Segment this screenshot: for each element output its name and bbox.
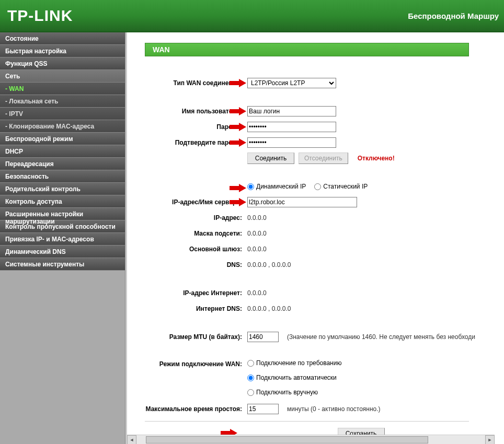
scroll-left-icon[interactable]: ◄: [127, 435, 136, 445]
pointer-arrow-icon: [230, 79, 246, 87]
ip-value: 0.0.0.0: [247, 214, 267, 221]
sidebar-item-6[interactable]: - IPTV: [0, 108, 125, 120]
sidebar-item-18[interactable]: Системные инструменты: [0, 258, 125, 271]
sidebar-item-14[interactable]: Расширенные настройки маршрутизации: [0, 208, 125, 220]
sidebar-item-16[interactable]: Привязка IP- и MAC-адресов: [0, 233, 125, 246]
mtu-input[interactable]: [247, 332, 279, 342]
static-ip-radio[interactable]: Статический IP: [314, 183, 368, 190]
inet-dns-label: Интернет DNS:: [145, 305, 247, 312]
header-title: Беспроводной Маршру: [408, 11, 499, 20]
sidebar-item-9[interactable]: DHCP: [0, 145, 125, 158]
svg-marker-3: [230, 138, 246, 147]
mtu-label: Размер MTU (в байтах):: [145, 333, 247, 341]
sidebar-item-0[interactable]: Состояние: [0, 32, 125, 45]
gateway-label: Основной шлюз:: [145, 246, 247, 253]
sidebar-item-1[interactable]: Быстрая настройка: [0, 45, 125, 57]
disconnect-button[interactable]: Отсоединить: [299, 153, 348, 164]
content: WAN Тип WAN соединения: L2TP/Россия L2TP…: [125, 32, 504, 444]
conn-mode-demand-radio[interactable]: Подключение по требованию: [247, 359, 341, 367]
scroll-right-icon[interactable]: ►: [485, 435, 495, 445]
server-input[interactable]: [247, 197, 357, 207]
inet-ip-value: 0.0.0.0: [247, 289, 267, 297]
pointer-arrow-icon: [230, 107, 246, 115]
mtu-hint: (Значение по умолчанию 1460. Не следует …: [287, 333, 475, 341]
ip-label: IP-адрес:: [145, 214, 247, 221]
pointer-arrow-icon: [230, 138, 246, 147]
wan-type-select[interactable]: L2TP/Россия L2TP: [247, 78, 336, 88]
svg-marker-2: [230, 123, 246, 131]
conn-mode-label: Режим подключение WAN:: [145, 359, 247, 368]
sidebar: СостояниеБыстрая настройкаФункция QSSСет…: [0, 32, 125, 444]
sidebar-item-11[interactable]: Безопасность: [0, 170, 125, 183]
inet-ip-label: IP-адрес Интернет:: [145, 289, 247, 297]
idle-hint: минуты (0 - активно постоянно.): [287, 405, 381, 413]
sidebar-item-13[interactable]: Контроль доступа: [0, 195, 125, 208]
dns-label: DNS:: [145, 261, 247, 268]
header: TP-LINK Беспроводной Маршру: [0, 0, 504, 32]
password-input[interactable]: [247, 122, 336, 132]
idle-label: Максимальное время простоя:: [145, 405, 247, 413]
horizontal-scrollbar[interactable]: ◄ ►: [127, 435, 495, 444]
conn-mode-auto-radio[interactable]: Подключить автоматически: [247, 374, 337, 381]
conn-mode-manual-radio[interactable]: Подключить вручную: [247, 389, 318, 396]
svg-marker-5: [230, 198, 246, 206]
pointer-arrow-icon: [230, 123, 246, 131]
dns-value: 0.0.0.0 , 0.0.0.0: [247, 261, 291, 268]
inet-dns-value: 0.0.0.0 , 0.0.0.0: [247, 305, 291, 312]
page-title: WAN: [145, 43, 469, 56]
scrollbar-thumb[interactable]: [146, 436, 428, 443]
idle-input[interactable]: [247, 404, 279, 414]
sidebar-item-12[interactable]: Родительский контроль: [0, 183, 125, 195]
mask-value: 0.0.0.0: [247, 230, 267, 237]
pointer-arrow-icon: [230, 184, 246, 192]
logo: TP-LINK: [7, 7, 73, 25]
sidebar-item-7[interactable]: - Клонирование MAC-адреса: [0, 120, 125, 133]
divider: [145, 421, 469, 422]
connect-button[interactable]: Соединить: [247, 153, 294, 164]
dynamic-ip-radio[interactable]: Динамический IP: [247, 183, 306, 190]
sidebar-item-2[interactable]: Функция QSS: [0, 57, 125, 70]
username-input[interactable]: [247, 106, 336, 116]
confirm-password-input[interactable]: [247, 137, 336, 148]
sidebar-item-3[interactable]: Сеть: [0, 70, 125, 83]
sidebar-item-10[interactable]: Переадресация: [0, 158, 125, 170]
connection-status: Отключено!: [358, 155, 395, 162]
gateway-value: 0.0.0.0: [247, 246, 267, 253]
sidebar-item-8[interactable]: Беспроводной режим: [0, 133, 125, 145]
svg-marker-1: [230, 107, 246, 115]
svg-marker-0: [230, 79, 246, 87]
mask-label: Маска подсети:: [145, 230, 247, 237]
sidebar-item-4[interactable]: - WAN: [0, 83, 125, 95]
svg-marker-4: [230, 184, 246, 192]
pointer-arrow-icon: [230, 198, 246, 206]
sidebar-item-17[interactable]: Динамический DNS: [0, 246, 125, 258]
sidebar-item-5[interactable]: - Локальная сеть: [0, 95, 125, 108]
